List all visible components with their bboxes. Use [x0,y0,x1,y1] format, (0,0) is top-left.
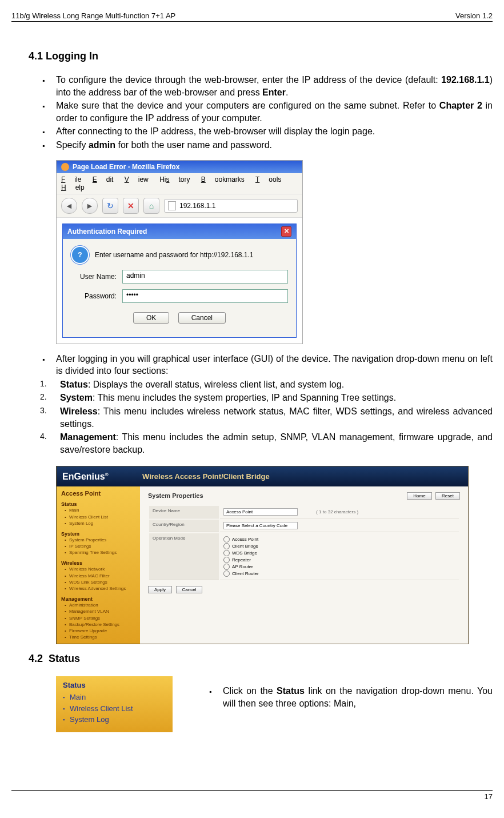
bullet-item: After connecting to the IP address, the … [40,125,493,138]
radio-icon [223,557,230,563]
menu-file[interactable]: File [61,175,81,183]
radio-icon [223,536,230,542]
sidebar-title: Access Point [61,490,135,497]
username-input[interactable]: admin [122,270,288,284]
password-label: Password: [71,292,117,300]
stop-icon: ✕ [127,201,134,210]
menu-edit[interactable]: Edit [93,175,114,183]
home-button[interactable]: ⌂ [143,198,159,214]
close-button[interactable]: ✕ [281,226,291,237]
menu-history[interactable]: History [159,175,190,183]
bullet-item: To configure the device through the web-… [40,74,493,98]
page-number: 17 [485,792,493,801]
ok-button[interactable]: OK [133,312,169,324]
sidebar-item[interactable]: Spanning Tree Settings [65,549,135,556]
auth-message: Enter username and password for http://1… [95,251,254,259]
home-icon: ⌂ [149,201,154,210]
list-item: 4.Management: This menu includes the adm… [40,431,493,456]
sidebar-item[interactable]: Management VLAN [65,608,135,615]
engenius-logo: EnGenius® [57,467,137,486]
bullets-top: To configure the device through the web-… [40,74,493,151]
status-item[interactable]: Main [63,692,166,703]
opmode-radio[interactable]: Client Bridge [223,543,455,549]
opmode-radio[interactable]: WDS Bridge [223,550,455,556]
back-button[interactable]: ◄ [61,198,77,214]
stop-button[interactable]: ✕ [123,198,139,214]
sidebar-item[interactable]: Firmware Upgrade [65,628,135,634]
sidebar-section-wireless: Wireless [61,560,135,566]
opmode-label: Operation Mode [149,533,219,580]
opmode-radio[interactable]: AP Router [223,564,455,570]
engenius-banner: Wireless Access Point/Client Bridge [137,466,468,486]
page-header: 11b/g Wireless Long Range Multi-function… [11,11,493,22]
list-item: 1.Status: Displays the overall status, w… [40,378,493,391]
opmode-radio[interactable]: Access Point [223,536,455,542]
menu-bookmarks[interactable]: Bookmarks [201,175,245,183]
engenius-window: EnGenius® Wireless Access Point/Client B… [56,466,469,644]
cancel-button[interactable]: Cancel [176,586,203,593]
sidebar-section-management: Management [61,596,135,602]
home-button[interactable]: Home [407,492,431,500]
radio-icon [223,543,230,549]
country-select[interactable]: Please Select a Country Code [223,522,298,529]
sidebar-item[interactable]: SNMP Settings [65,615,135,621]
menu-tools[interactable]: Tools [255,175,281,183]
menu-help[interactable]: Help [61,183,85,191]
device-name-label: Device Name [149,506,219,518]
list-item: 3.Wireless: This menu includes wireless … [40,405,493,430]
header-right: Version 1.2 [455,11,493,20]
opmode-radio[interactable]: Repeater [223,557,455,563]
question-icon: ? [71,246,89,264]
sidebar-item[interactable]: System Log [65,520,135,526]
url-text: 192.168.1.1 [179,202,215,210]
sidebar-item[interactable]: Main [65,507,135,513]
sidebar-item[interactable]: Wireless Client List [65,514,135,520]
username-label: User Name: [71,273,117,281]
numbered-list: 1.Status: Displays the overall status, w… [40,378,493,456]
page-icon [168,201,176,210]
sidebar-section-status: Status [61,501,135,507]
firefox-window: Page Load Error - Mozilla Firefox File E… [56,160,303,344]
reload-icon: ↻ [107,201,114,210]
engenius-sidebar: Access Point Status Main Wireless Client… [57,486,140,644]
status-item[interactable]: Wireless Client List [63,703,166,715]
list-item: 2.System: This menu includes the system … [40,392,493,404]
password-input[interactable]: ••••• [122,289,288,303]
reset-button[interactable]: Reset [435,492,460,500]
header-left: 11b/g Wireless Long Range Multi-function… [11,11,175,20]
reload-button[interactable]: ↻ [102,198,118,214]
status-menu-snippet: Status Main Wireless Client List System … [56,676,173,732]
sidebar-item[interactable]: Wireless MAC Filter [65,573,135,579]
firefox-icon [61,163,69,171]
firefox-titlebar: Page Load Error - Mozilla Firefox [57,161,302,173]
page-footer: 17 [11,790,493,801]
menu-view[interactable]: View [125,175,149,183]
sidebar-item[interactable]: WDS Link Settings [65,579,135,585]
device-name-hint: ( 1 to 32 characters ) [316,509,358,514]
forward-button[interactable]: ► [82,198,98,214]
url-bar[interactable]: 192.168.1.1 [164,199,298,213]
cancel-button[interactable]: Cancel [178,312,226,324]
sidebar-item[interactable]: Wireless Network [65,566,135,572]
section-4-2-title: 4.2 Status [29,653,493,665]
bullet-item: After logging in you will graphical user… [40,353,493,377]
device-name-input[interactable]: Access Point [223,508,298,516]
sidebar-item[interactable]: Administration [65,602,135,608]
status-item[interactable]: System Log [63,714,166,725]
radio-icon [223,564,230,570]
auth-dialog: Authentication Required ✕ ? Enter userna… [62,224,297,338]
bullet-item: Click on the Status link on the navigati… [207,685,493,709]
sidebar-item[interactable]: Wireless Advanced Settings [65,585,135,592]
sidebar-item[interactable]: IP Settings [65,543,135,549]
engenius-main: Home Reset System Properties Device Name… [140,486,468,644]
sidebar-item[interactable]: Backup/Restore Settings [65,621,135,628]
sidebar-section-system: System [61,531,135,537]
radio-icon [223,550,230,556]
apply-button[interactable]: Apply [148,586,172,593]
status-text: Click on the Status link on the navigati… [184,685,493,709]
opmode-radio[interactable]: Client Router [223,570,455,577]
sidebar-item[interactable]: Time Settings [65,634,135,640]
bullet-item: Make sure that the device and your compu… [40,99,493,124]
sidebar-item[interactable]: System Properties [65,537,135,543]
country-label: Country/Region [149,520,219,532]
